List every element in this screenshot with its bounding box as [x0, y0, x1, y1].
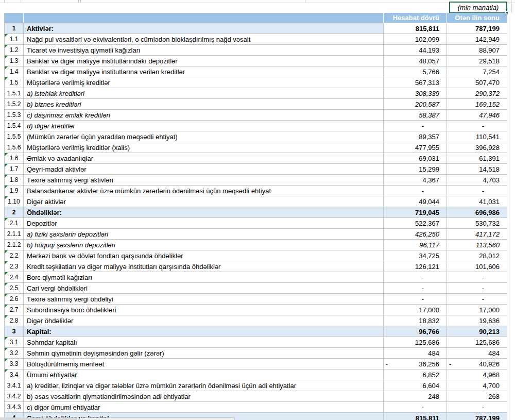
value-previous[interactable]: 19,636 — [447, 315, 507, 326]
value-previous[interactable]: 4,703 — [447, 175, 507, 185]
row-label[interactable]: Qeyri-maddi aktivlər — [23, 164, 383, 174]
row-number[interactable]: 2.2 — [5, 250, 23, 261]
value-report[interactable]: 522,367 — [383, 218, 447, 228]
value-previous[interactable]: 142,949 — [447, 34, 507, 44]
value-report[interactable]: - 36,256 — [383, 359, 447, 369]
value-previous[interactable]: - — [447, 402, 507, 412]
value-report[interactable]: 126,121 — [383, 261, 447, 272]
row-label[interactable]: a) fiziki şəxslərin depozitləri — [23, 229, 383, 239]
value-previous[interactable]: 507,470 — [447, 77, 507, 88]
value-previous[interactable]: 268 — [447, 391, 507, 401]
row-number[interactable]: 2.7 — [5, 305, 23, 315]
row-label[interactable]: a) kreditlər, lizinqlər və digər tələblə… — [23, 380, 383, 391]
value-previous[interactable]: 101,606 — [447, 261, 507, 272]
row-label[interactable]: (Mümkün zərərlər üçün yaradılan məqsədli… — [23, 131, 383, 142]
row-number[interactable]: 2.1.2 — [5, 240, 23, 250]
row-number[interactable]: 2 — [5, 207, 23, 217]
row-number[interactable]: 1.3 — [5, 56, 23, 66]
row-number[interactable]: 1.5.2 — [5, 99, 23, 109]
row-number[interactable]: 1.5 — [5, 77, 23, 88]
row-number[interactable]: 2.3 — [5, 261, 23, 272]
value-report[interactable]: 567,313 — [383, 77, 447, 88]
row-number[interactable]: 2.1 — [5, 218, 23, 228]
row-label[interactable]: Təxirə salınmış vergi öhdəliyi — [23, 294, 383, 304]
row-number[interactable]: 1.6 — [5, 153, 23, 163]
value-previous[interactable]: 169,152 — [447, 99, 507, 109]
row-label[interactable]: Aktivlər: — [23, 23, 383, 33]
value-report[interactable]: - — [383, 272, 447, 282]
value-report[interactable]: - — [383, 402, 447, 412]
row-label[interactable]: Nağd pul vəsaitləri və ekvivalentləri, o… — [23, 34, 383, 44]
value-report[interactable]: - — [383, 121, 447, 131]
value-previous[interactable]: 88,907 — [447, 45, 507, 55]
value-report[interactable]: 248 — [383, 391, 447, 401]
value-report[interactable]: 34,725 — [383, 250, 447, 261]
value-report[interactable]: 17,000 — [383, 305, 447, 315]
row-number[interactable]: 3.1 — [5, 337, 23, 347]
value-report[interactable]: 815,811 — [383, 23, 447, 33]
value-previous[interactable]: - — [447, 272, 507, 282]
row-label[interactable]: Ümumi ehtiyatlar: — [23, 369, 383, 380]
value-previous[interactable]: 61,391 — [447, 153, 507, 163]
row-number[interactable]: 1.1 — [5, 34, 23, 44]
row-label[interactable]: a) istehlak kreditləri — [23, 88, 383, 98]
value-previous[interactable]: 113,560 — [447, 240, 507, 250]
value-report[interactable]: 44,193 — [383, 45, 447, 55]
row-label[interactable]: b) biznes kreditləri — [23, 99, 383, 109]
value-report[interactable]: 719,045 — [383, 207, 447, 217]
header-previous-year[interactable]: Ötən ilin sonu — [447, 13, 507, 23]
row-label[interactable]: Cari vergi öhdəlikləri — [23, 283, 383, 293]
header-description-cell[interactable] — [23, 13, 383, 23]
row-number[interactable]: 1.10 — [5, 196, 23, 207]
row-number[interactable]: 1.5.5 — [5, 131, 23, 142]
row-label[interactable]: Müştərilərə verilmiş kreditlər — [23, 77, 383, 88]
row-number[interactable]: 3.3 — [5, 359, 23, 369]
row-label[interactable]: c) digər ümumi ehtiyatlar — [23, 402, 383, 412]
row-number[interactable]: 1.8 — [5, 175, 23, 185]
value-previous[interactable]: - — [447, 186, 507, 196]
row-number[interactable]: 1.5.3 — [5, 110, 23, 120]
value-report[interactable]: 69,031 — [383, 153, 447, 163]
value-previous[interactable]: 484 — [447, 348, 507, 358]
value-report[interactable]: - — [383, 283, 447, 293]
value-previous[interactable]: - — [447, 294, 507, 304]
value-report[interactable]: 18,832 — [383, 315, 447, 326]
row-number[interactable]: 3.4.1 — [5, 380, 23, 391]
row-label[interactable]: Digər öhdəliklər — [23, 315, 383, 326]
row-number[interactable]: 2.5 — [5, 283, 23, 293]
row-label[interactable]: Banklar və digər maliyyə institutlarında… — [23, 56, 383, 66]
value-previous[interactable]: 396,928 — [447, 142, 507, 153]
row-label[interactable]: b) əsas vəsaitlərin qiymətləndirilməsind… — [23, 391, 383, 401]
value-previous[interactable]: 41,031 — [447, 196, 507, 207]
row-number[interactable]: 1.7 — [5, 164, 23, 174]
row-label[interactable]: Borc qiymətli kağızları — [23, 272, 383, 282]
value-previous[interactable]: 417,172 — [447, 229, 507, 239]
value-report[interactable]: 815,811 — [383, 413, 447, 420]
row-label[interactable]: Digər aktivlər — [23, 196, 383, 207]
value-previous[interactable]: 7,254 — [447, 66, 507, 77]
row-label[interactable]: Subordinasiya borc öhdəlikləri — [23, 305, 383, 315]
units-note-cell[interactable]: (min manatla) — [449, 2, 507, 13]
row-label[interactable]: Müştərilərə verilmiş kreditlər (xalis) — [23, 142, 383, 153]
row-number[interactable]: 1.5.6 — [5, 142, 23, 153]
row-number[interactable]: 3 — [5, 326, 23, 337]
value-report[interactable]: 308,339 — [383, 88, 447, 98]
value-report[interactable]: 484 — [383, 348, 447, 358]
row-label[interactable]: Banklar və digər maliyyə institutlarına … — [23, 66, 383, 77]
value-report[interactable]: 96,766 — [383, 326, 447, 337]
value-report[interactable]: 49,044 — [383, 196, 447, 207]
row-label[interactable]: b) hüquqi şəxslərin depozitləri — [23, 240, 383, 250]
header-report-period[interactable]: Hesabat dövrü — [383, 13, 447, 23]
value-report[interactable]: 5,766 — [383, 66, 447, 77]
row-label[interactable]: Kredit təşkilatları və digər maliyyə ins… — [23, 261, 383, 272]
row-label[interactable]: Mərkəzi bank və dövlət fondları qarşısın… — [23, 250, 383, 261]
row-label[interactable]: d) digər kreditlər — [23, 121, 383, 131]
row-number[interactable]: 1.4 — [5, 66, 23, 77]
row-number[interactable]: 2.6 — [5, 294, 23, 304]
row-label[interactable]: Öhdəliklər: — [23, 207, 383, 217]
value-previous[interactable]: 787,199 — [447, 413, 507, 420]
value-report[interactable]: 102,099 — [383, 34, 447, 44]
value-report[interactable]: 89,357 — [383, 131, 447, 142]
row-number[interactable]: 2.8 — [5, 315, 23, 326]
value-previous[interactable]: 4,700 — [447, 380, 507, 391]
